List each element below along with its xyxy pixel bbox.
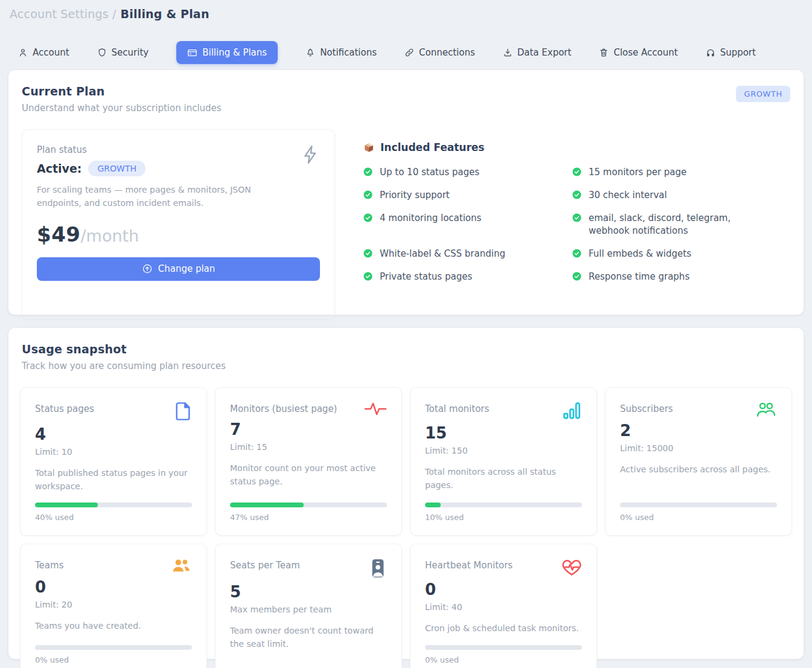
- plan-tier-badge: GROWTH: [736, 86, 790, 102]
- tab-billing-plans[interactable]: Billing & Plans: [176, 41, 278, 64]
- tab-label: Connections: [419, 47, 475, 58]
- feature-text: 30 check interval: [589, 189, 667, 202]
- feature-item: Priority support: [363, 189, 572, 202]
- price-amount: $49: [37, 222, 80, 246]
- feature-text: Up to 10 status pages: [380, 166, 479, 179]
- usage-card-total-monitors: Total monitors 15 Limit: 150 Total monit…: [410, 387, 597, 536]
- usage-card-limit: Max members per team: [230, 605, 387, 614]
- bell-icon: [305, 48, 315, 57]
- usage-progress: 40% used: [35, 493, 192, 522]
- change-plan-button[interactable]: Change plan: [37, 257, 320, 281]
- plan-status-row: Active: GROWTH: [37, 161, 320, 176]
- usage-card-description: Cron job & scheduled task monitors.: [425, 622, 582, 635]
- usage-snapshot-panel: Usage snapshot Track how you are consumi…: [8, 328, 804, 659]
- tab-support[interactable]: Support: [706, 47, 756, 58]
- download-icon: [503, 48, 513, 57]
- current-plan-subtitle: Understand what your subscription includ…: [22, 103, 790, 114]
- tab-label: Notifications: [320, 47, 377, 58]
- tab-label: Data Export: [517, 47, 572, 58]
- package-icon: [363, 141, 375, 153]
- current-plan-panel: Current Plan Understand what your subscr…: [8, 70, 804, 315]
- usage-card-title: Seats per Team: [230, 557, 300, 571]
- check-circle-icon: [363, 167, 373, 177]
- check-circle-icon: [363, 271, 373, 281]
- features-grid: Up to 10 status pages 15 monitors per pa…: [363, 166, 790, 284]
- plan-status-value: Active:: [37, 162, 82, 175]
- tab-connections[interactable]: Connections: [404, 47, 475, 58]
- usage-card-heartbeat-monitors: Heartbeat Monitors 0 Limit: 40 Cron job …: [410, 544, 597, 668]
- tab-label: Account: [33, 47, 69, 58]
- bar-chart-icon: [563, 401, 582, 423]
- feature-text: Priority support: [380, 189, 450, 202]
- change-plan-label: Change plan: [158, 263, 216, 274]
- usage-progress: 0% used: [425, 635, 582, 664]
- tab-account[interactable]: Account: [18, 47, 69, 58]
- check-circle-icon: [363, 248, 373, 259]
- arrow-up-circle-icon: [142, 263, 153, 274]
- usage-card-value: 2: [620, 422, 777, 440]
- check-circle-icon: [363, 213, 373, 223]
- feature-item: 30 check interval: [572, 189, 790, 202]
- tab-label: Support: [720, 47, 756, 58]
- feature-text: Private status pages: [380, 271, 472, 284]
- tab-notifications[interactable]: Notifications: [305, 47, 377, 58]
- usage-card-value: 5: [230, 583, 387, 601]
- activity-icon: [364, 401, 387, 419]
- usage-card-value: 15: [425, 424, 582, 442]
- usage-used-label: 47% used: [230, 513, 387, 522]
- check-circle-icon: [572, 213, 582, 223]
- price-period: /month: [80, 226, 139, 245]
- usage-used-label: 0% used: [620, 513, 777, 522]
- usage-card-description: Active subscribers across all pages.: [620, 463, 777, 477]
- users-outline-icon: [755, 401, 777, 420]
- check-circle-icon: [572, 190, 582, 200]
- usage-used-label: 0% used: [425, 655, 582, 664]
- credit-card-icon: [187, 48, 197, 58]
- usage-progress: 0% used: [620, 493, 777, 522]
- feature-text: Full embeds & widgets: [589, 248, 691, 261]
- feature-text: email, slack, discord, telegram, webhook…: [589, 212, 772, 239]
- check-circle-icon: [572, 248, 582, 259]
- tab-security[interactable]: Security: [97, 47, 149, 58]
- page-title: Billing & Plan: [121, 7, 209, 21]
- usage-card-limit: Limit: 40: [425, 602, 582, 612]
- progress-fill: [230, 503, 304, 507]
- usage-progress: 0% used: [35, 635, 192, 664]
- link-icon: [404, 48, 414, 57]
- feature-item: Full embeds & widgets: [572, 248, 790, 261]
- feature-item: Up to 10 status pages: [363, 166, 572, 179]
- file-icon: [174, 401, 192, 424]
- usage-card-description: Team owner doesn't count toward the seat…: [230, 625, 387, 650]
- usage-card-value: 7: [230, 420, 387, 438]
- usage-card-limit: Limit: 10: [35, 447, 192, 457]
- usage-card-subscribers: Subscribers 2 Limit: 15000 Active subscr…: [605, 387, 792, 536]
- usage-used-label: 10% used: [425, 513, 582, 522]
- plan-status-badge: GROWTH: [88, 161, 145, 176]
- plan-description: For scaling teams — more pages & monitor…: [37, 183, 296, 210]
- usage-card-title: Heartbeat Monitors: [425, 557, 513, 571]
- feature-text: 4 monitoring locations: [380, 212, 481, 225]
- usage-card-limit: Limit: 15: [230, 442, 387, 452]
- usage-card-description: Total monitors across all status pages.: [425, 466, 582, 492]
- usage-used-label: 40% used: [35, 513, 192, 522]
- shield-icon: [97, 48, 107, 57]
- feature-item: email, slack, discord, telegram, webhook…: [572, 212, 790, 239]
- features-title: Included Features: [380, 141, 484, 153]
- feature-item: Private status pages: [363, 271, 572, 284]
- check-circle-icon: [572, 271, 582, 281]
- usage-card-limit: Limit: 15000: [620, 443, 777, 453]
- progress-fill: [425, 503, 441, 507]
- tab-data-export[interactable]: Data Export: [503, 47, 572, 58]
- feature-text: Response time graphs: [589, 271, 689, 284]
- usage-card-title: Subscribers: [620, 401, 673, 414]
- feature-text: 15 monitors per page: [589, 166, 686, 179]
- tab-close-account[interactable]: Close Account: [599, 47, 677, 58]
- usage-grid: Status pages 4 Limit: 10 Total published…: [20, 387, 792, 668]
- team-filled-icon: [170, 557, 192, 577]
- trash-icon: [599, 48, 609, 57]
- feature-item: 4 monitoring locations: [363, 212, 572, 239]
- usage-card-title: Total monitors: [425, 401, 489, 414]
- usage-title: Usage snapshot: [22, 342, 792, 356]
- usage-card-limit: Limit: 20: [35, 600, 192, 609]
- breadcrumb-section[interactable]: Account Settings /: [10, 7, 117, 21]
